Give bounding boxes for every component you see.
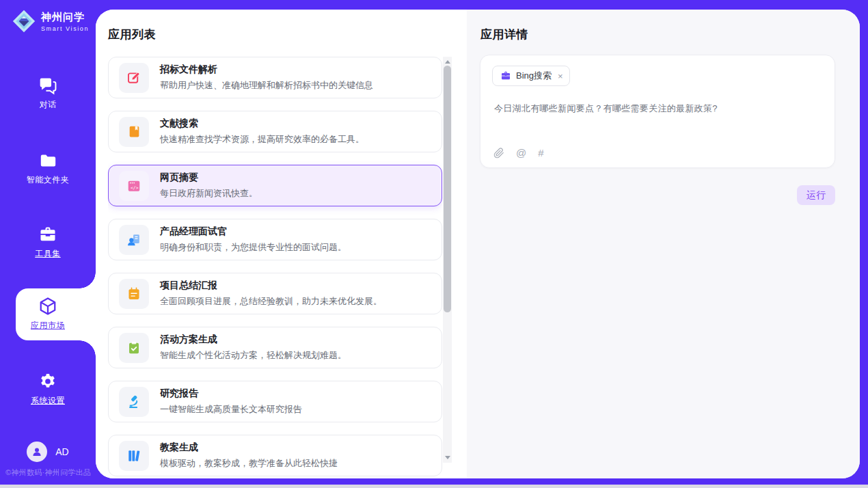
chat-icon — [0, 75, 96, 96]
clipboard-check-icon — [119, 333, 149, 363]
sidebar-item-label: 对话 — [0, 99, 96, 111]
scrollbar[interactable] — [443, 57, 452, 463]
prompt-text: 今日湖北有哪些新闻要点？有哪些需要关注的最新政策? — [494, 102, 821, 116]
user-label: AD — [55, 446, 68, 457]
app-card-title: 网页摘要 — [160, 172, 258, 184]
books-icon — [119, 441, 149, 471]
paperclip-icon[interactable] — [493, 148, 504, 159]
book-icon — [119, 117, 149, 147]
app-list-panel: 应用列表 招标文件解析 帮助用户快速、准确地理解和解析招标书中的关键信息 文献搜… — [96, 10, 467, 478]
sidebar-item-1[interactable]: 对话 — [0, 75, 96, 111]
avatar[interactable] — [27, 442, 47, 462]
person-icon — [31, 446, 43, 458]
brand-name: 神州问学 — [41, 11, 89, 24]
app-card-description: 帮助用户快速、准确地理解和解析招标书中的关键信息 — [160, 79, 373, 92]
app-card-description: 每日政府新闻资讯快查。 — [160, 187, 258, 200]
app-card-description: 快速精准查找学术资源，提高研究效率的必备工具。 — [160, 133, 364, 146]
scrollbar-thumb[interactable] — [444, 66, 451, 312]
sidebar-item-5[interactable]: 系统设置 — [0, 371, 96, 407]
app-card[interactable]: 活动方案生成 智能生成个性化活动方案，轻松解决规划难题。 — [108, 327, 442, 368]
app-detail-title: 应用详情 — [480, 27, 528, 42]
sidebar-item-label: 工具集 — [0, 248, 96, 260]
sidebar-item-label: 系统设置 — [0, 395, 96, 407]
brand-subtitle: Smart Vision — [41, 25, 89, 32]
sidebar-item-2[interactable]: 智能文件夹 — [0, 150, 96, 186]
sidebar-item-3[interactable]: 工具集 — [0, 224, 96, 260]
app-card-list: 招标文件解析 帮助用户快速、准确地理解和解析招标书中的关键信息 文献搜索 快速精… — [108, 57, 442, 478]
app-list-title: 应用列表 — [108, 27, 156, 42]
app-card[interactable]: 招标文件解析 帮助用户快速、准确地理解和解析招标书中的关键信息 — [108, 57, 442, 98]
composer-toolbar: @# — [493, 147, 544, 159]
app-card-title: 项目总结汇报 — [160, 280, 382, 292]
prompt-input[interactable]: Bing搜索 × 今日湖北有哪些新闻要点？有哪些需要关注的最新政策? @# — [480, 55, 835, 168]
app-card[interactable]: 项目总结汇报 全面回顾项目进展，总结经验教训，助力未来优化发展。 — [108, 273, 442, 314]
sidebar-item-4[interactable]: 应用市场 — [0, 296, 96, 331]
diamond-logo-icon — [12, 9, 36, 33]
user-row: AD — [0, 442, 96, 462]
main-panel: 应用列表 招标文件解析 帮助用户快速、准确地理解和解析招标书中的关键信息 文献搜… — [96, 10, 860, 478]
close-icon[interactable]: × — [558, 72, 563, 81]
scroll-up-icon[interactable] — [445, 60, 450, 64]
app-card-title: 招标文件解析 — [160, 64, 373, 76]
gear-icon — [0, 371, 96, 392]
app-card[interactable]: 文献搜索 快速精准查找学术资源，提高研究效率的必备工具。 — [108, 111, 442, 152]
app-card[interactable]: </> 网页摘要 每日政府新闻资讯快查。 — [108, 165, 442, 206]
interviewer-icon — [119, 225, 149, 255]
app-card[interactable]: 产品经理面试官 明确身份和职责，为您提供专业性的面试问题。 — [108, 219, 442, 260]
research-icon — [119, 387, 149, 417]
document-edit-icon — [119, 63, 149, 93]
app-card-description: 明确身份和职责，为您提供专业性的面试问题。 — [160, 241, 347, 254]
app-detail-panel: 应用详情 Bing搜索 × 今日湖北有哪些新闻要点？有哪些需要关注的最新政策? … — [467, 10, 860, 478]
tool-tag[interactable]: Bing搜索 × — [492, 66, 570, 86]
bubble-curve-bottom — [79, 340, 96, 357]
bubble-curve-top — [79, 272, 96, 288]
tool-tag-label: Bing搜索 — [516, 70, 552, 82]
app-card-description: 一键智能生成高质量长文本研究报告 — [160, 403, 302, 416]
toolbox-icon — [0, 224, 96, 245]
notepad-icon — [119, 279, 149, 309]
app-card-title: 产品经理面试官 — [160, 226, 347, 238]
app-logo: 神州问学 Smart Vision — [12, 9, 89, 33]
app-card-title: 研究报告 — [160, 388, 302, 400]
svg-text:</>: </> — [131, 185, 139, 190]
folder-icon — [0, 150, 96, 171]
run-button[interactable]: 运行 — [797, 185, 835, 205]
app-card-title: 活动方案生成 — [160, 334, 347, 346]
briefcase-icon — [500, 70, 511, 81]
app-card-description: 智能生成个性化活动方案，轻松解决规划难题。 — [160, 349, 347, 362]
app-card[interactable]: 教案生成 模板驱动，教案秒成，教学准备从此轻松快捷 — [108, 435, 442, 476]
sidebar-item-label: 智能文件夹 — [0, 174, 96, 186]
app-card-title: 文献搜索 — [160, 118, 364, 130]
scroll-down-icon[interactable] — [445, 456, 450, 459]
app-card-description: 全面回顾项目进展，总结经验教训，助力未来优化发展。 — [160, 295, 382, 308]
app-card[interactable]: 研究报告 一键智能生成高质量长文本研究报告 — [108, 381, 442, 422]
bottom-strip — [0, 485, 868, 488]
browser-icon: </> — [119, 171, 149, 201]
app-card-description: 模板驱动，教案秒成，教学准备从此轻松快捷 — [160, 457, 338, 470]
sidebar: 神州问学 Smart Vision 对话 智能文件夹 工具集 应用市场 系统设置… — [0, 0, 96, 488]
copyright-text: ©神州数码·神州问学出品 — [5, 467, 91, 478]
app-card-title: 教案生成 — [160, 442, 338, 454]
sidebar-item-label: 应用市场 — [0, 320, 96, 331]
cube-icon — [0, 296, 96, 316]
at-icon[interactable]: @ — [516, 147, 526, 159]
hash-icon[interactable]: # — [538, 147, 543, 159]
